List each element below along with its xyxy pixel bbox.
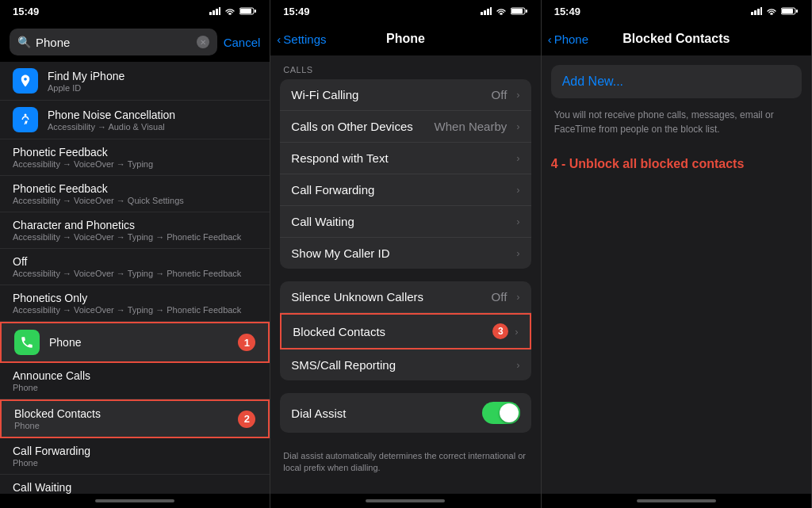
nav-bar-2: ‹ Settings Phone — [270, 22, 540, 55]
phone-settings-panel: 15:49 ‹ Settings Phone — [270, 0, 541, 508]
sms-reporting-row[interactable]: SMS/Call Reporting › — [280, 349, 530, 380]
status-bar-2: 15:49 — [270, 0, 540, 22]
status-icons-3 — [751, 7, 799, 15]
list-item[interactable]: Call Forwarding Phone — [0, 438, 270, 475]
list-item[interactable]: Announce Calls Phone — [0, 363, 270, 399]
wifi-icon — [224, 7, 236, 15]
search-panel: 15:49 🔍 Phone ✕ Cancel — [0, 0, 270, 508]
cancel-button[interactable]: Cancel — [224, 36, 261, 49]
show-caller-id-label: Show My Caller ID — [291, 246, 510, 260]
back-label-3: Phone — [554, 32, 588, 46]
find-my-icon — [13, 68, 38, 94]
blocked-contacts-panel: 15:49 ‹ Phone Blocked Contacts — [542, 0, 812, 508]
status-time-3: 15:49 — [554, 6, 580, 17]
home-bar-3 — [637, 499, 716, 502]
call-forwarding-label: Call Forwarding — [291, 183, 510, 197]
item-sub: Phone — [13, 458, 257, 468]
status-time-1: 15:49 — [13, 6, 39, 17]
chevron-icon: › — [516, 184, 519, 196]
respond-text-label: Respond with Text — [291, 151, 510, 165]
svg-point-4 — [229, 13, 231, 15]
show-caller-id-row[interactable]: Show My Caller ID › — [280, 238, 530, 269]
item-content: Off Accessibility → VoiceOver → Typing →… — [13, 255, 257, 278]
wifi-calling-row[interactable]: Wi-Fi Calling Off › — [280, 79, 530, 111]
back-chevron-icon-3: ‹ — [548, 32, 552, 46]
toggle-thumb — [500, 403, 519, 422]
list-item[interactable]: Phonetics Only Accessibility → VoiceOver… — [0, 285, 270, 322]
search-input[interactable]: Phone — [36, 36, 192, 49]
nav-bar-3: ‹ Phone Blocked Contacts — [542, 22, 811, 55]
svg-rect-11 — [487, 9, 489, 15]
item-title: Phonetic Feedback — [13, 182, 257, 195]
list-item-blocked[interactable]: Blocked Contacts Phone 2 — [0, 399, 270, 438]
back-button-settings[interactable]: ‹ Settings — [277, 32, 326, 46]
battery-icon-3 — [781, 7, 799, 15]
status-icons-1 — [209, 7, 257, 15]
svg-rect-12 — [490, 7, 492, 15]
dial-assist-row[interactable]: Dial Assist — [280, 393, 530, 433]
item-title: Call Waiting — [13, 481, 257, 494]
step-3-badge: 3 — [492, 323, 508, 339]
list-item[interactable]: Character and Phonetics Accessibility → … — [0, 212, 270, 249]
item-title: Phone — [49, 336, 228, 349]
settings-scroll: CALLS Wi-Fi Calling Off › Calls on Other… — [270, 55, 540, 494]
list-item[interactable]: Call Waiting Phone — [0, 475, 270, 494]
home-indicator-1 — [0, 494, 270, 508]
blocked-info-text: You will not receive phone calls, messag… — [542, 105, 811, 149]
svg-rect-3 — [219, 7, 220, 15]
list-item[interactable]: Phonetic Feedback Accessibility → VoiceO… — [0, 139, 270, 176]
search-bar[interactable]: 🔍 Phone ✕ — [10, 29, 217, 55]
nav-title-3: Blocked Contacts — [622, 32, 730, 46]
list-item[interactable]: Phonetic Feedback Accessibility → VoiceO… — [0, 176, 270, 212]
calls-other-devices-row[interactable]: Calls on Other Devices When Nearby › — [280, 111, 530, 143]
status-icons-2 — [481, 7, 528, 15]
add-new-label: Add New... — [562, 74, 623, 88]
svg-rect-1 — [213, 10, 215, 15]
call-forwarding-row[interactable]: Call Forwarding › — [280, 174, 530, 206]
item-content: Phonetic Feedback Accessibility → VoiceO… — [13, 182, 257, 205]
item-title: Announce Calls — [13, 369, 257, 382]
list-item[interactable]: Phone Noise Cancellation Accessibility →… — [0, 101, 270, 139]
dial-assist-toggle[interactable] — [482, 402, 520, 424]
svg-point-21 — [771, 13, 772, 15]
wifi-icon-3 — [766, 7, 777, 15]
signal-icon-3 — [751, 7, 762, 15]
item-sub: Accessibility → VoiceOver → Typing → Pho… — [13, 305, 257, 315]
blocked-contacts-row[interactable]: Blocked Contacts 3 › — [280, 313, 530, 349]
unblock-all-label: 4 - Unblock all blocked contacts — [542, 149, 811, 179]
respond-text-row[interactable]: Respond with Text › — [280, 143, 530, 174]
list-item[interactable]: Find My iPhone Apple ID — [0, 62, 270, 101]
search-header: 🔍 Phone ✕ Cancel — [0, 22, 270, 62]
status-time-2: 15:49 — [283, 6, 309, 17]
list-item[interactable]: Off Accessibility → VoiceOver → Typing →… — [0, 249, 270, 285]
wifi-icon-2 — [496, 7, 507, 15]
home-bar-2 — [366, 499, 445, 502]
back-button-blocked[interactable]: ‹ Phone — [548, 32, 588, 46]
chevron-icon: › — [516, 89, 519, 101]
step-1-badge: 1 — [238, 334, 255, 351]
search-results-list: Find My iPhone Apple ID Phone Noise Canc… — [0, 62, 270, 494]
status-bar-3: 15:49 — [542, 0, 811, 22]
silence-unknown-row[interactable]: Silence Unknown Callers Off › — [280, 281, 530, 313]
wifi-calling-label: Wi-Fi Calling — [291, 88, 485, 101]
location-icon — [18, 74, 33, 88]
svg-rect-9 — [481, 12, 483, 15]
silence-unknown-value: Off — [492, 290, 508, 304]
calls-other-devices-value: When Nearby — [435, 120, 508, 133]
step-2-badge: 2 — [238, 411, 255, 428]
signal-icon-2 — [481, 7, 492, 15]
svg-rect-24 — [796, 10, 798, 13]
home-indicator-2 — [270, 494, 540, 508]
svg-rect-2 — [216, 9, 218, 15]
add-new-row[interactable]: Add New... — [551, 65, 802, 98]
calls-other-devices-label: Calls on Other Devices — [291, 120, 427, 133]
list-item-phone[interactable]: Phone 1 — [0, 322, 270, 363]
search-clear-button[interactable]: ✕ — [197, 36, 209, 48]
item-content: Phone — [49, 336, 228, 349]
call-waiting-row[interactable]: Call Waiting › — [280, 206, 530, 238]
item-content: Phone Noise Cancellation Accessibility →… — [48, 109, 257, 132]
item-content: Blocked Contacts Phone — [14, 407, 228, 430]
svg-rect-6 — [240, 9, 251, 13]
back-chevron-icon: ‹ — [277, 32, 281, 46]
svg-rect-18 — [754, 10, 756, 15]
